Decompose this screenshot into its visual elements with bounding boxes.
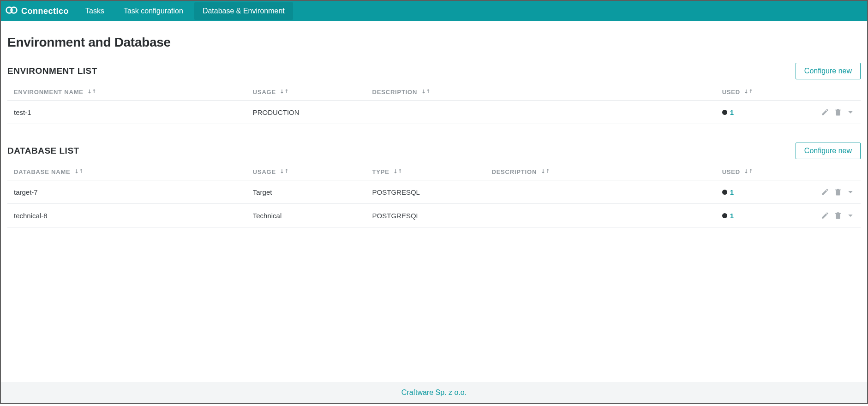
- sort-icon: [75, 168, 84, 174]
- sort-icon: [281, 168, 290, 174]
- used-count: 1: [730, 212, 734, 220]
- edit-icon[interactable]: [821, 211, 829, 220]
- env-col-name[interactable]: ENVIRONMENT NAME: [7, 83, 246, 101]
- db-description-cell: [485, 180, 715, 204]
- page-content: Environment and Database ENVIRONMENT LIS…: [1, 21, 867, 382]
- sort-icon: [88, 89, 97, 94]
- edit-icon[interactable]: [821, 108, 829, 116]
- db-name-cell: technical-8: [7, 204, 246, 227]
- env-section-header: ENVIRONMENT LIST Configure new: [7, 63, 861, 79]
- sort-icon: [422, 89, 431, 94]
- db-col-usage[interactable]: USAGE: [246, 163, 366, 180]
- table-row: target-7 Target POSTGRESQL 1: [7, 180, 861, 204]
- table-row: technical-8 Technical POSTGRESQL 1: [7, 204, 861, 227]
- trash-icon[interactable]: [834, 108, 842, 116]
- env-usage-cell: PRODUCTION: [246, 101, 366, 124]
- db-used-cell: 1: [716, 180, 792, 204]
- used-dot-icon: [722, 190, 727, 195]
- nav-database-environment[interactable]: Database & Environment: [194, 2, 293, 20]
- brand-name: Connectico: [21, 6, 69, 16]
- page-title: Environment and Database: [7, 35, 861, 50]
- table-row: test-1 PRODUCTION 1: [7, 101, 861, 124]
- env-col-used[interactable]: USED: [716, 83, 792, 101]
- db-section-header: DATABASE LIST Configure new: [7, 143, 861, 159]
- brand-logo: Connectico: [6, 5, 74, 18]
- footer-link[interactable]: Craftware Sp. z o.o.: [401, 388, 467, 396]
- db-usage-cell: Technical: [246, 204, 366, 227]
- env-col-description[interactable]: DESCRIPTION: [366, 83, 716, 101]
- used-dot-icon: [722, 213, 727, 218]
- db-col-description[interactable]: DESCRIPTION: [485, 163, 715, 180]
- chevron-down-icon[interactable]: [847, 188, 854, 196]
- trash-icon[interactable]: [834, 211, 842, 220]
- db-type-cell: POSTGRESQL: [366, 180, 485, 204]
- sort-icon: [281, 89, 290, 94]
- db-used-cell: 1: [716, 204, 792, 227]
- nav-tasks[interactable]: Tasks: [77, 2, 113, 20]
- db-section-title: DATABASE LIST: [7, 146, 79, 156]
- env-section-title: ENVIRONMENT LIST: [7, 66, 97, 76]
- sort-icon: [542, 168, 551, 174]
- env-name-cell: test-1: [7, 101, 246, 124]
- used-count: 1: [730, 108, 734, 116]
- db-col-name[interactable]: DATABASE NAME: [7, 163, 246, 180]
- db-configure-new-button[interactable]: Configure new: [796, 143, 861, 159]
- sort-icon: [745, 168, 754, 174]
- db-name-cell: target-7: [7, 180, 246, 204]
- used-dot-icon: [722, 110, 727, 115]
- chevron-down-icon[interactable]: [847, 212, 854, 219]
- env-used-cell: 1: [716, 101, 792, 124]
- top-nav: Connectico Tasks Task configuration Data…: [1, 1, 867, 21]
- env-description-cell: [366, 101, 716, 124]
- edit-icon[interactable]: [821, 188, 829, 196]
- db-col-used[interactable]: USED: [716, 163, 792, 180]
- trash-icon[interactable]: [834, 188, 842, 196]
- footer: Craftware Sp. z o.o.: [1, 382, 867, 403]
- sort-icon: [745, 89, 754, 94]
- connectico-icon: [6, 5, 18, 18]
- environment-table: ENVIRONMENT NAME USAGE: [7, 83, 861, 124]
- env-configure-new-button[interactable]: Configure new: [796, 63, 861, 79]
- db-usage-cell: Target: [246, 180, 366, 204]
- used-count: 1: [730, 188, 734, 196]
- database-table: DATABASE NAME USAGE: [7, 163, 861, 227]
- env-col-usage[interactable]: USAGE: [246, 83, 366, 101]
- db-col-type[interactable]: TYPE: [366, 163, 485, 180]
- db-type-cell: POSTGRESQL: [366, 204, 485, 227]
- db-description-cell: [485, 204, 715, 227]
- nav-task-configuration[interactable]: Task configuration: [115, 2, 192, 20]
- chevron-down-icon[interactable]: [847, 108, 854, 116]
- sort-icon: [394, 168, 403, 174]
